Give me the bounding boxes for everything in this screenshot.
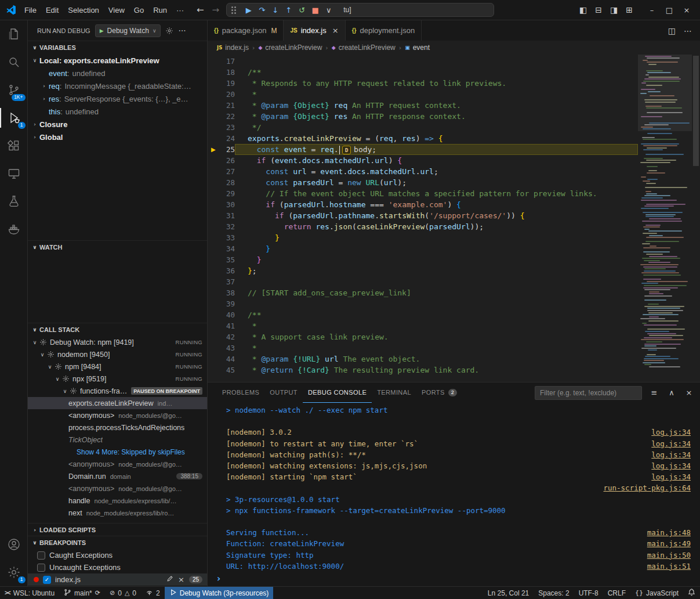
breakpoint-checkbox[interactable]: ✓ — [43, 576, 51, 584]
code-text[interactable]: * @param {Object} res An HTTP response c… — [235, 111, 638, 122]
toggle-primary-sidebar-icon[interactable]: ◧ — [579, 5, 587, 15]
watch-section-header[interactable]: ∨ WATCH — [28, 241, 207, 254]
step-into-icon[interactable]: ↓ — [269, 6, 282, 15]
debug-console-output[interactable]: > nodemon --watch ./ --exec npm start [n… — [208, 403, 700, 571]
status-language[interactable]: {}JavaScript — [630, 587, 683, 599]
menu-edit[interactable]: Edit — [41, 4, 63, 16]
callstack-session-row[interactable]: ∨npm [9484]RUNNING — [28, 360, 207, 373]
breakpoint-dot-icon[interactable] — [34, 577, 39, 582]
status-notifications[interactable] — [683, 587, 700, 599]
code-line-38[interactable]: 38// [START add_ons_case_preview_link] — [208, 287, 638, 298]
step-out-icon[interactable]: ↑ — [282, 6, 295, 15]
panel-tab-ports[interactable]: PORTS2 — [416, 383, 462, 403]
twisty-icon[interactable]: › — [30, 134, 39, 140]
editor-scrollbar[interactable] — [692, 55, 700, 382]
close-panel-icon[interactable]: × — [684, 388, 694, 397]
code-line-27[interactable]: 27 const url = event.docs.matchedUrl.url… — [208, 166, 638, 177]
code-text[interactable]: const url = event.docs.matchedUrl.url; — [235, 166, 638, 177]
code-line-24[interactable]: 24exports.createLinkPreview = (req, res)… — [208, 133, 638, 144]
breadcrumb-item-event[interactable]: ▣event — [405, 44, 430, 52]
code-text[interactable]: * Responds to any HTTP request related t… — [235, 78, 638, 89]
line-number[interactable]: 30 — [208, 199, 235, 210]
activity-item-source-control[interactable]: 1K+ — [0, 76, 28, 104]
code-editor[interactable]: 1718/**19 * Responds to any HTTP request… — [208, 55, 700, 382]
activity-item-settings[interactable]: 1 — [0, 558, 28, 586]
code-line-19[interactable]: 19 * Responds to any HTTP request relate… — [208, 78, 638, 89]
source-link[interactable]: main.js:50 — [647, 550, 691, 561]
code-text[interactable]: * — [235, 320, 638, 331]
callstack-session-row[interactable]: ∨functions-fra…PAUSED ON BREAKPOINT — [28, 385, 207, 397]
code-text[interactable]: return res.json(caseLinkPreview(parsedUr… — [235, 221, 638, 232]
activity-item-remote-explorer[interactable] — [0, 160, 28, 187]
menu-item[interactable]: ··· — [172, 4, 188, 16]
line-number[interactable]: 39 — [208, 298, 235, 309]
edit-breakpoint-icon[interactable] — [166, 575, 173, 584]
twisty-icon[interactable]: ∨ — [60, 388, 70, 394]
code-line-17[interactable]: 17 — [208, 56, 638, 67]
menu-file[interactable]: File — [20, 4, 41, 16]
line-number[interactable]: 42 — [208, 331, 235, 342]
twisty-icon[interactable]: ∨ — [30, 340, 39, 345]
line-number[interactable]: 24 — [208, 133, 235, 144]
twisty-icon[interactable]: › — [39, 83, 49, 89]
activity-item-accounts[interactable] — [0, 531, 28, 558]
code-text[interactable]: * @param {!URL} url The event object. — [235, 353, 638, 365]
debug-session-picker-icon[interactable]: ∨ — [322, 6, 335, 15]
breakpoint-row[interactable]: Caught Exceptions — [28, 549, 207, 561]
line-number[interactable]: 37 — [208, 276, 235, 287]
code-text[interactable]: /** — [235, 309, 638, 320]
console-filter-input[interactable] — [535, 386, 642, 400]
callstack-frame-row[interactable]: <anonymous>node_modules/@go… — [28, 409, 207, 421]
callstack-frame-row[interactable]: handlenode_modules/express/lib/… — [28, 495, 207, 507]
close-tab-icon[interactable]: × — [332, 26, 339, 35]
views-more-icon[interactable]: ⋯ — [178, 26, 186, 35]
configure-gear-icon[interactable] — [165, 27, 173, 35]
code-line-29[interactable]: 29 // If the event object URL matches a … — [208, 188, 638, 199]
line-number[interactable]: 40 — [208, 309, 235, 320]
variable-row[interactable]: ›req:IncomingMessage {_readableState:… — [28, 80, 207, 92]
code-text[interactable]: * A support case link preview. — [235, 331, 638, 342]
twisty-icon[interactable]: › — [39, 96, 49, 102]
code-line-21[interactable]: 21 * @param {Object} req An HTTP request… — [208, 100, 638, 111]
debug-toolbar-grip[interactable] — [231, 6, 236, 14]
code-line-32[interactable]: 32 return res.json(caseLinkPreview(parse… — [208, 221, 638, 232]
tab-deployment-json[interactable]: {}deployment.json — [346, 20, 422, 41]
code-text[interactable]: } — [235, 254, 638, 265]
show-more-link[interactable]: Show 4 More: Skipped by skipFiles — [28, 446, 207, 458]
navigate-back-icon[interactable]: ← — [197, 5, 204, 15]
code-text[interactable]: */ — [235, 122, 638, 133]
breakpoint-row[interactable]: ✓index.js×25 — [28, 573, 207, 586]
line-number[interactable]: 29 — [208, 188, 235, 199]
line-number[interactable]: 31 — [208, 210, 235, 221]
twisty-icon[interactable]: ∨ — [30, 57, 39, 63]
line-number[interactable]: 26 — [208, 155, 235, 166]
source-link[interactable]: log.js:34 — [651, 427, 691, 438]
callstack-session-row[interactable]: ∨npx [9519]RUNNING — [28, 373, 207, 385]
line-number[interactable]: 23 — [208, 122, 235, 133]
code-text[interactable]: if (parsedUrl.pathname.startsWith('/supp… — [235, 210, 638, 221]
panel-tab-output[interactable]: OUTPUT — [264, 383, 303, 403]
line-number[interactable]: 38 — [208, 287, 235, 298]
console-prompt-icon[interactable]: › — [217, 573, 220, 584]
code-text[interactable]: exports.createLinkPreview = (req, res) =… — [235, 133, 638, 144]
navigate-forward-icon[interactable]: → — [212, 5, 220, 15]
continue-icon[interactable]: ▶ — [242, 6, 255, 15]
code-line-39[interactable]: 39 — [208, 298, 638, 309]
activity-item-explorer[interactable] — [0, 20, 28, 48]
status-encoding[interactable]: UTF-8 — [574, 587, 603, 599]
line-number[interactable]: 33 — [208, 232, 235, 243]
source-link[interactable]: log.js:34 — [651, 471, 691, 482]
status-debug-session[interactable]: Debug Watch (3p-resources) — [165, 587, 274, 599]
code-text[interactable] — [235, 56, 638, 67]
code-line-40[interactable]: 40/** — [208, 309, 638, 320]
activity-item-docker[interactable] — [0, 215, 28, 243]
panel-tab-problems[interactable]: PROBLEMS — [217, 383, 264, 403]
status-branch[interactable]: main*⟳ — [59, 587, 105, 599]
code-text[interactable]: }; — [235, 265, 638, 276]
callstack-frame-row[interactable]: <anonymous>node_modules/@go… — [28, 458, 207, 470]
variable-row[interactable]: event:undefined — [28, 67, 207, 80]
code-text[interactable]: // If the event object URL matches a spe… — [235, 188, 638, 199]
code-text[interactable]: * @param {Object} req An HTTP request co… — [235, 100, 638, 111]
menu-view[interactable]: View — [104, 4, 129, 16]
twisty-icon[interactable]: › — [30, 121, 39, 127]
